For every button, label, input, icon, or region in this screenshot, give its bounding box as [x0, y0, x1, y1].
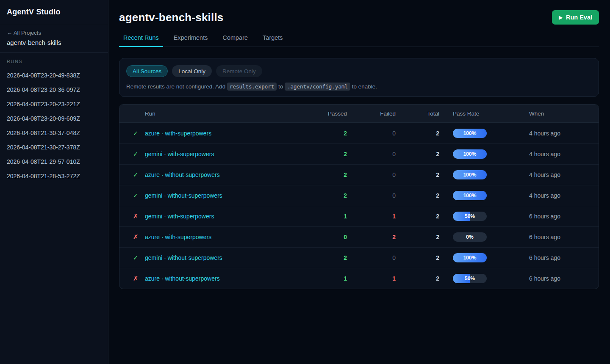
table-row[interactable]: ✓ azure · with-superpowers 2 0 2 100% 4 … — [119, 123, 599, 143]
status-icon: ✓ — [126, 192, 145, 199]
pass-rate-cell: 100% — [439, 191, 529, 200]
code-results-export: results.export — [227, 83, 277, 91]
passed-cell: 2 — [309, 130, 347, 137]
pass-rate-label: 100% — [453, 149, 487, 159]
run-link[interactable]: gemini · with-superpowers — [145, 213, 309, 220]
app-title: AgentV Studio — [7, 8, 101, 17]
main-content: agentv-bench-skills ▶ Run Eval Recent Ru… — [108, 0, 610, 364]
tab[interactable]: Recent Runs — [119, 34, 163, 47]
passed-cell: 2 — [309, 171, 347, 178]
tab[interactable]: Compare — [218, 34, 252, 47]
total-cell: 2 — [396, 130, 439, 137]
failed-cell: 0 — [347, 171, 396, 178]
status-icon: ✓ — [126, 150, 145, 158]
passed-cell: 1 — [309, 275, 347, 282]
pass-rate-cell: 100% — [439, 149, 529, 159]
note-middle: to — [277, 83, 285, 90]
table-row[interactable]: ✓ gemini · with-superpowers 2 0 2 100% 4… — [119, 143, 599, 164]
runs-table: Run Passed Failed Total Pass Rate When ✓… — [119, 104, 599, 289]
run-link[interactable]: azure · without-superpowers — [145, 275, 309, 282]
run-link[interactable]: gemini · without-superpowers — [145, 254, 309, 261]
tab[interactable]: Experiments — [169, 34, 212, 47]
sidebar-run-item[interactable]: 2026-04-08T21-28-53-272Z — [7, 169, 101, 183]
pass-rate-cell: 50% — [439, 274, 529, 283]
passed-cell: 0 — [309, 234, 347, 240]
pass-rate-label: 100% — [453, 191, 487, 200]
sidebar-run-item[interactable]: 2026-04-08T23-20-09-609Z — [7, 111, 101, 126]
total-cell: 2 — [396, 171, 439, 178]
note-suffix: to enable. — [350, 83, 377, 90]
table-header-row: Run Passed Failed Total Pass Rate When — [119, 105, 599, 123]
failed-cell: 0 — [347, 130, 396, 137]
runs-section-label: RUNS — [7, 59, 101, 64]
run-link[interactable]: azure · without-superpowers — [145, 171, 309, 178]
sidebar-run-item[interactable]: 2026-04-08T23-20-49-838Z — [7, 68, 101, 83]
when-cell: 4 hours ago — [529, 171, 599, 178]
pass-rate-label: 0% — [453, 232, 487, 242]
failed-cell: 0 — [347, 192, 396, 199]
pass-rate-label: 50% — [453, 274, 487, 283]
run-eval-button[interactable]: ▶ Run Eval — [552, 10, 599, 25]
total-cell: 2 — [396, 275, 439, 282]
remote-config-note: Remote results are not configured. Add r… — [126, 83, 592, 90]
source-filter-pill[interactable]: Remote Only — [216, 65, 262, 77]
sidebar-header: AgentV Studio — [0, 0, 108, 24]
when-cell: 6 hours ago — [529, 254, 599, 261]
pass-rate-pill: 100% — [453, 129, 487, 138]
run-link[interactable]: azure · with-superpowers — [145, 130, 309, 137]
source-filter-pills: All SourcesLocal OnlyRemote Only — [126, 65, 592, 77]
table-row[interactable]: ✗ azure · with-superpowers 0 2 2 0% 6 ho… — [119, 226, 599, 247]
total-cell: 2 — [396, 192, 439, 199]
total-cell: 2 — [396, 213, 439, 220]
status-icon: ✗ — [126, 212, 145, 220]
pass-rate-label: 100% — [453, 170, 487, 179]
sidebar: AgentV Studio ← All Projects agentv-benc… — [0, 0, 108, 364]
run-link[interactable]: gemini · with-superpowers — [145, 151, 309, 157]
pass-rate-pill: 100% — [453, 191, 487, 200]
failed-cell: 1 — [347, 213, 396, 220]
failed-cell: 1 — [347, 275, 396, 282]
back-all-projects-link[interactable]: ← All Projects — [7, 30, 101, 36]
when-cell: 6 hours ago — [529, 213, 599, 220]
pass-rate-pill: 50% — [453, 212, 487, 221]
source-filter-pill[interactable]: Local Only — [172, 65, 212, 77]
failed-cell: 0 — [347, 254, 396, 261]
status-icon: ✓ — [126, 254, 145, 262]
pass-rate-pill: 100% — [453, 170, 487, 179]
table-row[interactable]: ✓ gemini · without-superpowers 2 0 2 100… — [119, 247, 599, 268]
sidebar-run-item[interactable]: 2026-04-08T21-29-57-010Z — [7, 154, 101, 169]
col-passed: Passed — [309, 110, 347, 117]
sidebar-project-section: ← All Projects agentv-bench-skills — [0, 24, 108, 53]
table-row[interactable]: ✓ azure · without-superpowers 2 0 2 100%… — [119, 164, 599, 185]
tab-bar: Recent RunsExperimentsCompareTargets — [119, 34, 599, 47]
table-row[interactable]: ✓ gemini · without-superpowers 2 0 2 100… — [119, 185, 599, 206]
pass-rate-label: 50% — [453, 212, 487, 221]
sidebar-runs-section: RUNS 2026-04-08T23-20-49-838Z2026-04-08T… — [0, 53, 108, 189]
pass-rate-cell: 0% — [439, 232, 529, 242]
table-row[interactable]: ✗ azure · without-superpowers 1 1 2 50% … — [119, 268, 599, 289]
total-cell: 2 — [396, 254, 439, 261]
pass-rate-cell: 50% — [439, 212, 529, 221]
pass-rate-label: 100% — [453, 129, 487, 138]
tab[interactable]: Targets — [258, 34, 287, 47]
passed-cell: 2 — [309, 151, 347, 157]
passed-cell: 2 — [309, 254, 347, 261]
col-run: Run — [145, 110, 309, 117]
runs-list: 2026-04-08T23-20-49-838Z2026-04-08T23-20… — [7, 68, 101, 183]
when-cell: 6 hours ago — [529, 275, 599, 282]
col-when: When — [529, 110, 599, 117]
table-row[interactable]: ✗ gemini · with-superpowers 1 1 2 50% 6 … — [119, 206, 599, 226]
source-filter-pill[interactable]: All Sources — [126, 65, 168, 77]
sidebar-run-item[interactable]: 2026-04-08T23-20-36-097Z — [7, 83, 101, 97]
sidebar-run-item[interactable]: 2026-04-08T23-20-23-221Z — [7, 97, 101, 111]
total-cell: 2 — [396, 151, 439, 157]
when-cell: 4 hours ago — [529, 192, 599, 199]
status-icon: ✓ — [126, 171, 145, 179]
sidebar-run-item[interactable]: 2026-04-08T21-30-37-048Z — [7, 126, 101, 140]
sidebar-run-item[interactable]: 2026-04-08T21-30-27-378Z — [7, 140, 101, 154]
run-link[interactable]: azure · with-superpowers — [145, 234, 309, 240]
run-link[interactable]: gemini · without-superpowers — [145, 192, 309, 199]
col-total: Total — [396, 110, 439, 117]
failed-cell: 0 — [347, 151, 396, 157]
page-header: agentv-bench-skills ▶ Run Eval — [119, 10, 599, 25]
